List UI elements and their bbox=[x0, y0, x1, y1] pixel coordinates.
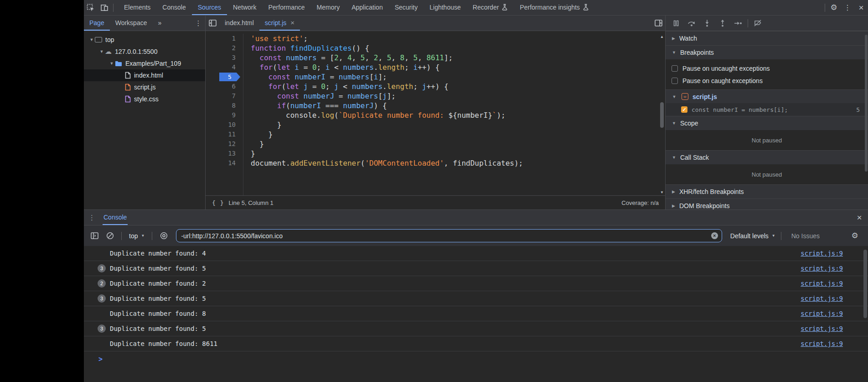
tab-workspace[interactable]: Workspace bbox=[110, 16, 153, 31]
more-options-icon[interactable]: ⋮ bbox=[841, 0, 854, 15]
code-editor[interactable]: 1234567891011121314 'use strict';functio… bbox=[206, 31, 665, 195]
code-line[interactable]: } bbox=[251, 130, 659, 139]
pause-caught-row[interactable]: Pause on caught exceptions bbox=[666, 74, 868, 87]
tab-memory[interactable]: Memory bbox=[311, 0, 346, 15]
line-number[interactable]: 7 bbox=[206, 91, 243, 101]
drawer-tab-console[interactable]: Console bbox=[103, 210, 128, 225]
close-devtools-icon[interactable]: × bbox=[854, 0, 868, 15]
code-line[interactable]: console.log(`Duplicate number found: ${n… bbox=[251, 110, 659, 120]
checkbox-unchecked-icon[interactable] bbox=[672, 78, 678, 84]
code-line[interactable]: document.addEventListener('DOMContentLoa… bbox=[251, 158, 659, 168]
source-location-link[interactable]: script.js:9 bbox=[801, 310, 843, 317]
step-over-icon[interactable] bbox=[684, 16, 699, 31]
source-location-link[interactable]: script.js:9 bbox=[801, 295, 843, 302]
tree-item-top[interactable]: ▼top bbox=[84, 34, 205, 46]
tab-performance-insights[interactable]: Performance insights bbox=[514, 0, 595, 15]
log-levels-select[interactable]: Default levels ▼ bbox=[730, 232, 775, 240]
line-number[interactable]: 9 bbox=[206, 110, 243, 120]
console-filter-input[interactable] bbox=[176, 229, 722, 242]
breakpoint-flag[interactable]: 5 bbox=[219, 73, 240, 81]
source-location-link[interactable]: script.js:9 bbox=[801, 280, 843, 287]
code-line[interactable]: } bbox=[251, 120, 659, 130]
sidebar-scrollbar-thumb[interactable] bbox=[865, 35, 868, 172]
tree-item-style-css[interactable]: style.css bbox=[84, 93, 205, 105]
toggle-navigator-icon[interactable] bbox=[206, 16, 219, 31]
tab-network[interactable]: Network bbox=[227, 0, 262, 15]
source-location-link[interactable]: script.js:9 bbox=[801, 340, 843, 347]
live-expression-eye-icon[interactable] bbox=[158, 230, 170, 242]
scroll-down-icon[interactable]: ▼ bbox=[659, 190, 665, 194]
code-line[interactable]: } bbox=[251, 149, 659, 158]
line-number[interactable]: 4 bbox=[206, 63, 243, 72]
line-number[interactable]: 14 bbox=[206, 158, 243, 168]
line-number[interactable]: 1 bbox=[206, 34, 243, 43]
tree-item-script-js[interactable]: script.js bbox=[84, 81, 205, 93]
code-content[interactable]: 'use strict';function findDuplicates() {… bbox=[243, 34, 659, 195]
code-line[interactable]: const numberI = numbers[i]; bbox=[251, 72, 659, 82]
tab-lighthouse[interactable]: Lighthouse bbox=[424, 0, 467, 15]
section-scope[interactable]: ▼ Scope bbox=[666, 116, 868, 130]
source-location-link[interactable]: script.js:9 bbox=[801, 250, 843, 257]
code-line[interactable]: 'use strict'; bbox=[251, 34, 659, 43]
inspect-element-icon[interactable] bbox=[84, 0, 98, 15]
section-xhr-breakpoints[interactable]: ▶ XHR/fetch Breakpoints bbox=[666, 184, 868, 199]
line-number[interactable]: 12 bbox=[206, 139, 243, 149]
code-line[interactable]: const numberJ = numbers[j]; bbox=[251, 91, 659, 101]
source-location-link[interactable]: script.js:9 bbox=[801, 265, 843, 272]
console-settings-gear-icon[interactable]: ⚙ bbox=[849, 230, 861, 242]
tab-sources[interactable]: Sources bbox=[192, 0, 227, 15]
line-number[interactable]: 6 bbox=[206, 82, 243, 91]
checkbox-unchecked-icon[interactable] bbox=[672, 65, 678, 72]
device-toolbar-icon[interactable] bbox=[98, 0, 111, 15]
pretty-print-icon[interactable]: { } bbox=[212, 199, 224, 206]
section-watch[interactable]: ▶ Watch bbox=[666, 31, 868, 45]
tab-recorder[interactable]: Recorder bbox=[467, 0, 514, 15]
source-location-link[interactable]: script.js:9 bbox=[801, 325, 843, 332]
code-line[interactable]: const numbers = [2, 4, 5, 2, 5, 8, 5, 86… bbox=[251, 53, 659, 63]
pause-script-icon[interactable] bbox=[668, 16, 684, 31]
tab-elements[interactable]: Elements bbox=[118, 0, 156, 15]
step-out-icon[interactable] bbox=[715, 16, 730, 31]
issues-counter[interactable]: No Issues bbox=[791, 232, 820, 240]
close-drawer-icon[interactable]: × bbox=[852, 210, 866, 225]
scroll-up-icon[interactable]: ▲ bbox=[659, 35, 665, 39]
line-number[interactable]: 5 bbox=[206, 72, 243, 82]
tree-item-examples-part-109[interactable]: ▼Examples/Part_109 bbox=[84, 58, 205, 69]
step-into-icon[interactable] bbox=[699, 16, 715, 31]
chevron-down-icon[interactable]: ▼ bbox=[98, 49, 105, 54]
close-tab-icon[interactable]: × bbox=[290, 19, 294, 26]
line-number[interactable]: 2 bbox=[206, 43, 243, 53]
code-line[interactable]: for(let i = 0; i < numbers.length; i++) … bbox=[251, 63, 659, 72]
tab-performance[interactable]: Performance bbox=[262, 0, 310, 15]
editor-tab-index-html[interactable]: index.html bbox=[219, 16, 259, 31]
tree-item-index-html[interactable]: index.html bbox=[84, 69, 205, 81]
javascript-context-select[interactable]: top ▼ bbox=[127, 232, 146, 240]
code-line[interactable]: } bbox=[251, 139, 659, 149]
code-line[interactable]: function findDuplicates() { bbox=[251, 43, 659, 53]
navigator-more-options-icon[interactable]: ⋮ bbox=[191, 16, 205, 31]
code-line[interactable]: if(numberI === numberJ) { bbox=[251, 101, 659, 110]
chevron-down-icon[interactable]: ▼ bbox=[108, 61, 115, 66]
line-number[interactable]: 8 bbox=[206, 101, 243, 110]
breakpoint-checkbox-checked-icon[interactable]: ✓ bbox=[681, 106, 687, 113]
breakpoint-entry[interactable]: ✓ const numberI = numbers[i]; 5 bbox=[666, 103, 868, 116]
step-icon[interactable] bbox=[730, 16, 746, 31]
line-number[interactable]: 11 bbox=[206, 130, 243, 139]
clear-filter-icon[interactable]: × bbox=[711, 232, 718, 239]
deactivate-breakpoints-icon[interactable] bbox=[750, 16, 765, 31]
line-number-gutter[interactable]: 1234567891011121314 bbox=[206, 34, 243, 195]
section-breakpoints[interactable]: ▼ Breakpoints bbox=[666, 45, 868, 59]
breakpoint-file-group[interactable]: ▼ ‹› script.js bbox=[666, 89, 868, 103]
tab-page[interactable]: Page bbox=[84, 16, 110, 31]
console-prompt[interactable]: > bbox=[84, 351, 868, 366]
tab-console[interactable]: Console bbox=[156, 0, 191, 15]
chevron-down-icon[interactable]: ▼ bbox=[88, 37, 95, 42]
tab-application[interactable]: Application bbox=[346, 0, 389, 15]
drawer-more-options-icon[interactable]: ⋮ bbox=[88, 214, 95, 222]
settings-gear-icon[interactable]: ⚙ bbox=[827, 0, 841, 15]
editor-scrollbar[interactable]: ▲ ▼ bbox=[659, 34, 665, 195]
line-number[interactable]: 10 bbox=[206, 120, 243, 130]
line-number[interactable]: 13 bbox=[206, 149, 243, 158]
editor-tab-script-js[interactable]: script.js × bbox=[259, 16, 300, 31]
section-call-stack[interactable]: ▼ Call Stack bbox=[666, 150, 868, 164]
